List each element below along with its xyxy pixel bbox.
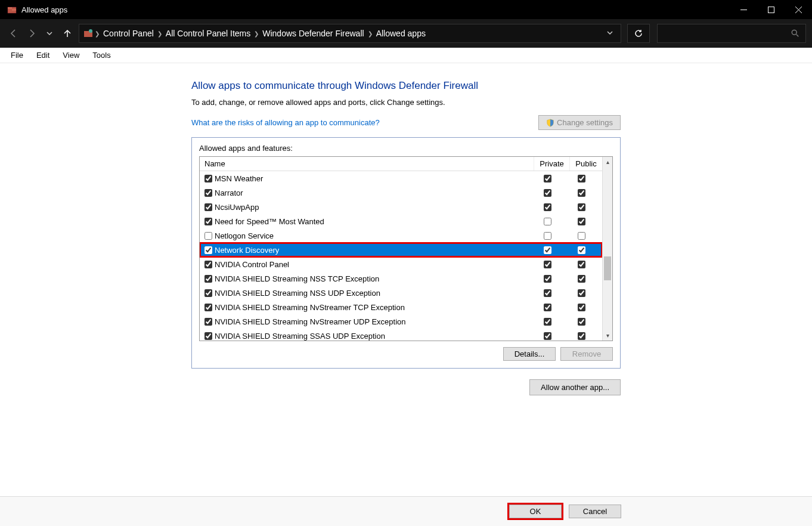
search-input[interactable] <box>657 24 806 43</box>
public-checkbox[interactable] <box>578 232 585 240</box>
private-checkbox[interactable] <box>544 289 551 297</box>
chevron-right-icon[interactable]: ❯ <box>254 30 259 37</box>
refresh-button[interactable] <box>627 24 650 43</box>
private-checkbox[interactable] <box>544 318 551 326</box>
change-settings-button[interactable]: Change settings <box>538 115 621 130</box>
svg-point-9 <box>89 29 92 33</box>
private-checkbox[interactable] <box>544 189 551 197</box>
scroll-track[interactable] <box>603 167 612 330</box>
scroll-thumb[interactable] <box>604 256 611 280</box>
app-enabled-checkbox[interactable] <box>204 332 212 340</box>
app-enabled-checkbox[interactable] <box>204 218 212 225</box>
public-checkbox[interactable] <box>578 218 585 225</box>
public-checkbox[interactable] <box>578 289 585 297</box>
app-enabled-checkbox[interactable] <box>204 246 212 254</box>
scroll-up-button[interactable]: ▴ <box>603 157 612 167</box>
app-name-label: Narrator <box>213 188 529 197</box>
private-checkbox[interactable] <box>544 332 551 340</box>
public-checkbox[interactable] <box>578 175 585 182</box>
app-enabled-checkbox[interactable] <box>204 189 212 197</box>
private-checkbox[interactable] <box>544 218 551 225</box>
private-checkbox[interactable] <box>544 261 551 268</box>
firewall-icon <box>83 28 94 39</box>
change-settings-label: Change settings <box>557 118 613 127</box>
details-button[interactable]: Details... <box>503 347 556 361</box>
shield-icon <box>546 119 554 127</box>
minimize-button[interactable] <box>730 0 757 19</box>
column-header-name[interactable]: Name <box>200 157 534 171</box>
breadcrumb-seg-3[interactable]: Windows Defender Firewall <box>259 29 367 38</box>
app-enabled-checkbox[interactable] <box>204 275 212 283</box>
public-checkbox[interactable] <box>578 246 585 254</box>
allow-another-app-button[interactable]: Allow another app... <box>529 379 621 395</box>
app-enabled-checkbox[interactable] <box>204 318 212 326</box>
table-row[interactable]: NVIDIA SHIELD Streaming NSS TCP Exceptio… <box>200 271 602 286</box>
app-enabled-checkbox[interactable] <box>204 289 212 297</box>
private-checkbox[interactable] <box>544 246 551 254</box>
table-row[interactable]: NVIDIA Control Panel <box>200 257 602 271</box>
table-row[interactable]: NVIDIA SHIELD Streaming NvStreamer UDP E… <box>200 314 602 329</box>
chevron-right-icon[interactable]: ❯ <box>368 30 373 37</box>
private-checkbox[interactable] <box>544 232 551 240</box>
svg-point-10 <box>792 30 796 35</box>
cancel-button[interactable]: Cancel <box>569 505 621 518</box>
app-enabled-checkbox[interactable] <box>204 304 212 311</box>
scroll-down-button[interactable]: ▾ <box>603 330 612 341</box>
public-checkbox[interactable] <box>578 261 585 268</box>
forward-button[interactable] <box>24 26 39 41</box>
allowed-apps-panel: Allowed apps and features: Name Private … <box>191 137 621 369</box>
risks-link[interactable]: What are the risks of allowing an app to… <box>191 118 380 127</box>
menu-view[interactable]: View <box>57 49 85 61</box>
breadcrumb-seg-4[interactable]: Allowed apps <box>373 29 429 38</box>
table-row[interactable]: Need for Speed™ Most Wanted <box>200 214 602 228</box>
public-checkbox[interactable] <box>578 203 585 211</box>
menu-file[interactable]: File <box>5 49 29 61</box>
table-row[interactable]: Narrator <box>200 185 602 200</box>
table-row[interactable]: Netlogon Service <box>200 228 602 243</box>
menu-tools[interactable]: Tools <box>86 49 116 61</box>
public-checkbox[interactable] <box>578 318 585 326</box>
app-name-label: Need for Speed™ Most Wanted <box>213 217 529 226</box>
app-name-label: NcsiUwpApp <box>213 203 529 212</box>
public-checkbox[interactable] <box>578 332 585 340</box>
table-row[interactable]: NcsiUwpApp <box>200 200 602 214</box>
app-name-label: Netlogon Service <box>213 231 529 240</box>
table-row[interactable]: NVIDIA SHIELD Streaming SSAS UDP Excepti… <box>200 329 602 341</box>
remove-button[interactable]: Remove <box>560 347 613 361</box>
back-button[interactable] <box>6 26 21 41</box>
private-checkbox[interactable] <box>544 175 551 182</box>
breadcrumb[interactable]: ❯ Control Panel ❯ All Control Panel Item… <box>79 24 621 43</box>
table-row[interactable]: NVIDIA SHIELD Streaming NSS UDP Exceptio… <box>200 286 602 300</box>
app-name-label: NVIDIA SHIELD Streaming NSS TCP Exceptio… <box>213 274 529 283</box>
recent-dropdown[interactable] <box>42 26 57 41</box>
private-checkbox[interactable] <box>544 203 551 211</box>
chevron-down-icon[interactable] <box>603 29 617 38</box>
close-button[interactable] <box>785 0 812 19</box>
vertical-scrollbar[interactable]: ▴ ▾ <box>602 157 612 341</box>
table-row[interactable]: Network Discovery <box>200 243 602 257</box>
app-name-label: NVIDIA SHIELD Streaming SSAS UDP Excepti… <box>213 332 529 341</box>
up-button[interactable] <box>60 26 75 41</box>
column-header-public[interactable]: Public <box>570 157 602 171</box>
public-checkbox[interactable] <box>578 189 585 197</box>
chevron-right-icon[interactable]: ❯ <box>157 30 162 37</box>
table-row[interactable]: MSN Weather <box>200 171 602 185</box>
chevron-right-icon[interactable]: ❯ <box>95 30 100 37</box>
app-enabled-checkbox[interactable] <box>204 203 212 211</box>
maximize-button[interactable] <box>757 0 785 19</box>
public-checkbox[interactable] <box>578 304 585 311</box>
public-checkbox[interactable] <box>578 275 585 283</box>
private-checkbox[interactable] <box>544 304 551 311</box>
ok-button[interactable]: OK <box>509 505 562 518</box>
breadcrumb-seg-2[interactable]: All Control Panel Items <box>162 29 254 38</box>
table-row[interactable]: NVIDIA SHIELD Streaming NvStreamer TCP E… <box>200 300 602 314</box>
svg-line-11 <box>796 35 799 37</box>
app-enabled-checkbox[interactable] <box>204 232 212 240</box>
menu-edit[interactable]: Edit <box>30 49 55 61</box>
main-content: Allow apps to communicate through Window… <box>191 63 621 496</box>
private-checkbox[interactable] <box>544 275 551 283</box>
app-enabled-checkbox[interactable] <box>204 261 212 268</box>
column-header-private[interactable]: Private <box>534 157 570 171</box>
breadcrumb-seg-1[interactable]: Control Panel <box>100 29 157 38</box>
app-enabled-checkbox[interactable] <box>204 175 212 182</box>
